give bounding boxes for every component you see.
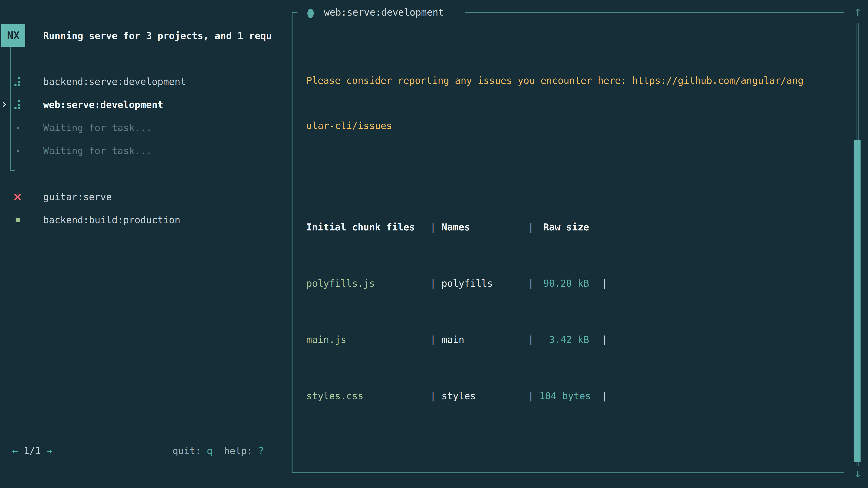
spinner-icon: [13, 70, 22, 93]
col-files-header: Initial chunk files: [306, 216, 430, 239]
task-list: backend:serve:development web:serve:deve…: [0, 70, 291, 232]
chunk-table-row: main.js|main|3.42 kB|: [306, 328, 804, 351]
pipe: |: [528, 328, 539, 351]
task-label: backend:serve:development: [43, 70, 186, 93]
help-hint-key: ?: [258, 445, 264, 456]
pagination: ← 1/1 →: [12, 444, 52, 458]
pipe: |: [528, 216, 539, 239]
running-bullet-icon: [307, 8, 314, 18]
pending-dot-icon: [13, 116, 22, 139]
task-row-backend-build[interactable]: backend:build:production: [0, 208, 291, 232]
task-row-backend-serve[interactable]: backend:serve:development: [0, 70, 291, 93]
chunk-name: styles: [441, 385, 528, 408]
blank-line: [306, 160, 804, 183]
pipe: |: [430, 216, 441, 239]
notice-line: Please consider reporting any issues you…: [306, 69, 804, 92]
chunk-file: polyfills.js: [306, 272, 430, 295]
chunk-file: main.js: [306, 328, 430, 351]
help-hint-label: help:: [224, 445, 252, 456]
chunk-table-header: Initial chunk files|Names|Raw size: [306, 216, 804, 239]
scrollbar-thumb[interactable]: [854, 140, 861, 462]
task-label: backend:build:production: [43, 208, 180, 232]
pipe: |: [528, 272, 539, 295]
spinner-icon: [13, 93, 22, 116]
chunk-name: main: [441, 328, 528, 351]
pane-border-top-stub: [291, 12, 298, 13]
pipe: |: [430, 385, 441, 408]
chunk-table-row: styles.css|styles|104 bytes|: [306, 385, 804, 408]
chunk-name: polyfills: [441, 272, 528, 295]
col-size-header: Raw size: [539, 216, 589, 239]
chunk-size: 90.20 kB: [539, 272, 589, 295]
pipe: |: [528, 385, 539, 408]
blank-line: [306, 441, 804, 464]
pipe: |: [602, 328, 608, 351]
notice-line: ular-cli/issues: [306, 114, 804, 137]
pending-dot-icon: [13, 139, 22, 162]
task-row-web-serve[interactable]: web:serve:development: [0, 93, 291, 116]
task-label: Waiting for task...: [43, 139, 152, 162]
task-row-waiting-1[interactable]: Waiting for task...: [0, 116, 291, 139]
selected-chevron-icon: [1, 102, 6, 107]
pane-title: web:serve:development: [324, 1, 444, 24]
quit-hint-key: q: [207, 445, 213, 456]
task-list-spacer: [0, 162, 291, 186]
task-row-guitar-serve[interactable]: guitar:serve: [0, 186, 291, 208]
run-summary-title: Running serve for 3 projects, and 1 requ: [43, 24, 289, 47]
pipe: |: [602, 272, 608, 295]
col-names-header: Names: [441, 216, 528, 239]
chunk-size: 3.42 kB: [539, 328, 589, 351]
terminal-output: Please consider reporting any issues you…: [306, 47, 804, 488]
task-label: guitar:serve: [43, 186, 112, 208]
chunk-size: 104 bytes: [539, 385, 589, 408]
scroll-up-arrow[interactable]: ↑: [849, 0, 867, 23]
quit-hint-label: quit:: [173, 445, 201, 456]
pipe: |: [430, 272, 441, 295]
nx-tui-screen: NX Running serve for 3 projects, and 1 r…: [0, 0, 868, 488]
page-indicator: 1/1: [18, 445, 46, 456]
pipe: |: [602, 385, 608, 408]
pipe: |: [430, 328, 441, 351]
page-next-arrow[interactable]: →: [46, 445, 52, 456]
keyboard-hints: quit: q help: ?: [173, 444, 264, 458]
scroll-down-arrow[interactable]: ↓: [849, 462, 867, 484]
chunk-file: styles.css: [306, 385, 430, 408]
success-square-icon: [13, 208, 22, 232]
task-label: Waiting for task...: [43, 116, 152, 139]
pane-border-top: [465, 12, 844, 13]
task-label: web:serve:development: [43, 93, 163, 116]
page-prev-arrow[interactable]: ←: [12, 445, 18, 456]
chunk-table-row: polyfills.js|polyfills|90.20 kB|: [306, 272, 804, 295]
failed-x-icon: [13, 186, 22, 208]
nx-logo: NX: [1, 24, 25, 47]
pane-border-left: [291, 12, 292, 473]
task-row-waiting-2[interactable]: Waiting for task...: [0, 139, 291, 162]
